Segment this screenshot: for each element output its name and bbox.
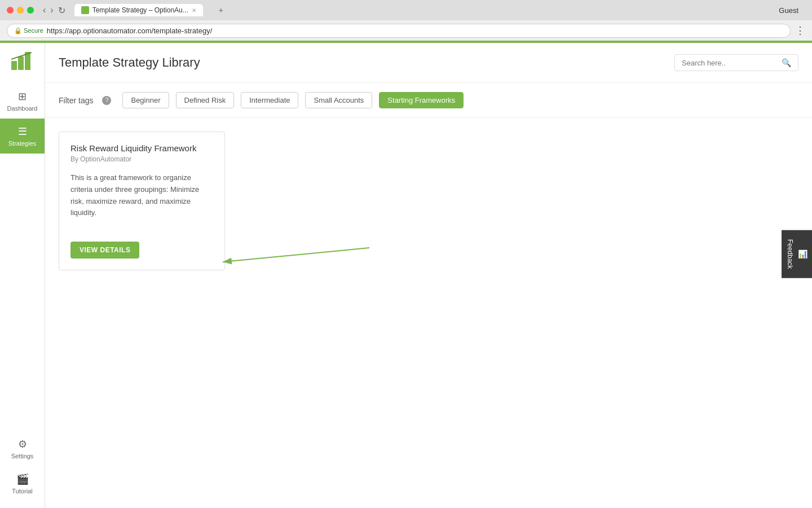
svg-rect-0	[11, 61, 17, 70]
sidebar-item-label-dashboard: Dashboard	[7, 105, 38, 112]
back-button[interactable]: ‹	[43, 5, 46, 15]
close-window-btn[interactable]	[7, 7, 14, 14]
tab-title: Template Strategy – OptionAu...	[92, 6, 188, 14]
feedback-button[interactable]: Feedback 📊	[782, 230, 812, 278]
card-description-0: This is a great framework to organize cr…	[70, 172, 213, 219]
filter-tag-intermediate[interactable]: Intermediate	[241, 92, 298, 108]
sidebar-item-tutorial[interactable]: 🎬 Tutorial	[0, 466, 45, 501]
filter-tag-defined-risk[interactable]: Defined Risk	[176, 92, 235, 108]
filter-tag-small-accounts[interactable]: Small Accounts	[305, 92, 372, 108]
svg-rect-1	[18, 56, 24, 70]
tab-favicon	[81, 6, 89, 14]
sidebar-item-strategies[interactable]: ☰ Strategies	[0, 119, 45, 154]
view-details-button-0[interactable]: VIEW DETAILS	[70, 242, 139, 259]
svg-line-5	[223, 248, 369, 262]
browser-chrome: ‹ › ↻ Template Strategy – OptionAu... ✕ …	[0, 0, 812, 41]
search-box: 🔍	[674, 54, 798, 71]
forward-button[interactable]: ›	[50, 5, 53, 15]
cards-area: Risk Reward Liquidity Framework By Optio…	[45, 118, 812, 284]
sidebar-item-dashboard[interactable]: ⊞ Dashboard	[0, 84, 45, 119]
sidebar-item-label-settings: Settings	[11, 453, 34, 459]
browser-user: Guest	[779, 6, 805, 15]
help-icon[interactable]: ?	[102, 96, 111, 105]
search-icon[interactable]: 🔍	[782, 58, 791, 67]
search-input[interactable]	[682, 59, 777, 67]
app-container: ⊞ Dashboard ☰ Strategies ⚙ Settings 🎬 Tu…	[0, 43, 812, 508]
maximize-window-btn[interactable]	[27, 7, 34, 14]
filter-tag-beginner[interactable]: Beginner	[122, 92, 169, 108]
app-logo	[10, 50, 35, 75]
feedback-label: Feedback	[786, 239, 794, 269]
refresh-button[interactable]: ↻	[58, 5, 65, 16]
browser-window-controls	[7, 7, 34, 14]
browser-menu-button[interactable]: ⋮	[795, 24, 805, 37]
main-content: Template Strategy Library 🔍 Filter tags …	[45, 43, 812, 508]
browser-tab[interactable]: Template Strategy – OptionAu... ✕	[74, 4, 203, 16]
sidebar-item-settings[interactable]: ⚙ Settings	[0, 431, 45, 466]
page-title: Template Strategy Library	[59, 55, 200, 70]
card-author-0: By OptionAutomator	[70, 155, 213, 163]
strategy-card-0: Risk Reward Liquidity Framework By Optio…	[59, 132, 225, 270]
sidebar-item-label-tutorial: Tutorial	[12, 488, 32, 494]
feedback-icon: 📊	[798, 249, 807, 259]
minimize-window-btn[interactable]	[17, 7, 24, 14]
filter-section: Filter tags ? Beginner Defined Risk Inte…	[45, 83, 812, 118]
browser-navigation: ‹ › ↻	[43, 5, 65, 16]
new-tab[interactable]: +	[212, 3, 230, 17]
url-display: https://app.optionautomator.com/template…	[47, 27, 212, 35]
dashboard-icon: ⊞	[18, 90, 27, 103]
arrow-annotation	[211, 231, 381, 276]
sidebar-item-label-strategies: Strategies	[8, 140, 37, 147]
sidebar: ⊞ Dashboard ☰ Strategies ⚙ Settings 🎬 Tu…	[0, 43, 45, 508]
tab-close-button[interactable]: ✕	[192, 7, 196, 14]
address-bar: 🔒 Secure https://app.optionautomator.com…	[0, 20, 812, 41]
filter-tag-starting-frameworks[interactable]: Starting Frameworks	[379, 92, 464, 108]
sidebar-bottom: ⚙ Settings 🎬 Tutorial	[0, 431, 45, 501]
tutorial-icon: 🎬	[16, 473, 29, 485]
page-header: Template Strategy Library 🔍	[45, 43, 812, 83]
strategies-icon: ☰	[18, 125, 27, 138]
settings-icon: ⚙	[18, 438, 27, 450]
filter-label: Filter tags	[59, 96, 93, 105]
secure-badge: 🔒 Secure	[14, 27, 43, 34]
url-input[interactable]: 🔒 Secure https://app.optionautomator.com…	[7, 24, 791, 38]
card-title-0: Risk Reward Liquidity Framework	[70, 143, 213, 153]
